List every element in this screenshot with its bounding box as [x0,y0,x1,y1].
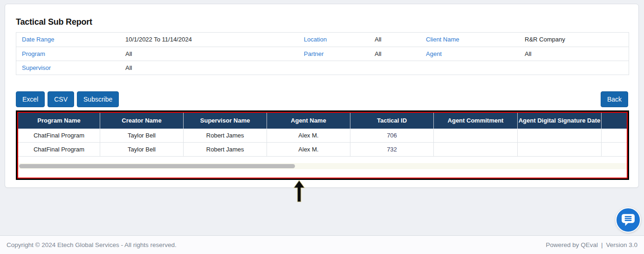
filter-label-partner: Partner [298,47,369,61]
filter-label-supervisor: Supervisor [16,61,120,75]
footer-divider: | [601,241,603,248]
filter-label-program: Program [16,47,120,61]
cell-empty [602,143,627,156]
table-row: ChatFinal Program Taylor Bell Robert Jam… [18,143,627,157]
column-header-agent-commitment: Agent Commitment [434,113,518,129]
powered-by-link[interactable]: Powered by QEval [546,241,598,248]
filter-value-agent: All [519,47,629,61]
table-header-row: Program Name Creator Name Supervisor Nam… [18,113,627,129]
column-header-creator-name: Creator Name [100,113,184,129]
cell-agent-digital-signature-date [518,129,602,142]
column-header-empty [602,113,627,129]
report-card: Tactical Sub Report Date Range 10/1/2022… [5,4,639,188]
column-header-tactical-id: Tactical ID [350,113,434,129]
filter-value-supervisor: All [120,61,298,75]
column-header-agent-name: Agent Name [267,113,350,129]
cell-agent-name: Alex M. [267,129,350,142]
filter-value-client-name: R&R Company [519,33,629,47]
chat-bubble-icon [621,213,635,227]
cell-supervisor-name: Robert James [184,129,267,142]
filter-empty-cell [420,61,519,75]
filter-row: Program All Partner All Agent All [16,47,629,61]
page-title: Tactical Sub Report [16,17,92,27]
filter-row: Date Range 10/1/2022 To 11/14/2024 Locat… [16,33,629,47]
filter-label-client-name: Client Name [420,33,519,47]
subscribe-button[interactable]: Subscribe [77,91,119,107]
filter-label-date-range: Date Range [16,33,120,47]
cell-creator-name: Taylor Bell [100,143,184,156]
filter-value-location: All [369,33,420,47]
cell-creator-name: Taylor Bell [100,129,184,142]
report-table: Program Name Creator Name Supervisor Nam… [17,112,628,178]
filter-label-location: Location [298,33,369,47]
copyright-text: Copyright © 2024 Etech Global Services -… [7,241,177,248]
csv-button[interactable]: CSV [48,91,74,107]
excel-button[interactable]: Excel [16,91,45,107]
back-button[interactable]: Back [601,91,628,107]
chat-launcher-button[interactable] [616,207,641,233]
cell-agent-commitment [434,129,518,142]
horizontal-scrollbar-thumb[interactable] [19,164,295,168]
cell-program-name: ChatFinal Program [18,129,100,142]
cell-program-name: ChatFinal Program [18,143,100,156]
version-text: Version 3.0 [606,241,637,248]
filter-value-date-range: 10/1/2022 To 11/14/2024 [120,33,298,47]
column-header-agent-digital-signature-date: Agent Digital Signature Date [518,113,602,129]
filter-label-agent: Agent [420,47,519,61]
column-header-supervisor-name: Supervisor Name [184,113,267,129]
cell-supervisor-name: Robert James [184,143,267,156]
cell-tactical-id: 732 [350,143,434,156]
annotation-arrow-up-icon [293,180,305,202]
column-header-program-name: Program Name [18,113,100,129]
filter-summary-table: Date Range 10/1/2022 To 11/14/2024 Locat… [16,32,629,75]
filter-value-program: All [120,47,298,61]
table-row: ChatFinal Program Taylor Bell Robert Jam… [18,129,627,143]
cell-empty [602,129,627,142]
export-toolbar: Excel CSV Subscribe [16,91,119,107]
filter-row: Supervisor All [16,61,629,75]
footer: Copyright © 2024 Etech Global Services -… [0,235,644,254]
cell-tactical-id: 706 [350,129,434,142]
horizontal-scrollbar-track[interactable] [18,163,627,169]
cell-agent-digital-signature-date [518,143,602,156]
filter-empty-cell [519,61,629,75]
cell-agent-commitment [434,143,518,156]
filter-value-partner: All [369,47,420,61]
cell-agent-name: Alex M. [267,143,350,156]
report-table-highlight-frame: Program Name Creator Name Supervisor Nam… [16,110,629,180]
filter-empty-cell [298,61,369,75]
filter-empty-cell [369,61,420,75]
